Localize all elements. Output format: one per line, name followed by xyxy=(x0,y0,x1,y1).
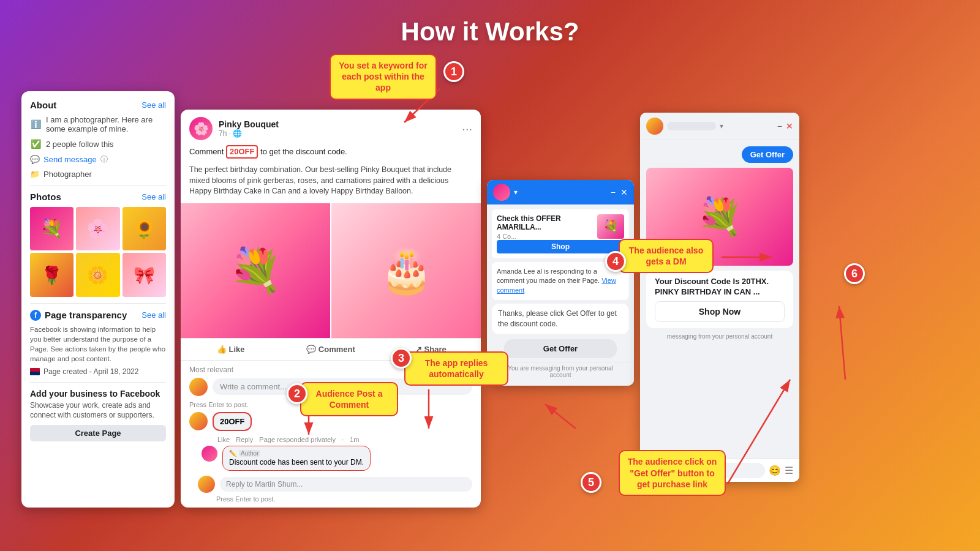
page-created: Page created - April 18, 2022 xyxy=(30,367,166,376)
photo-3[interactable]: 🌻 xyxy=(123,207,166,250)
facebook-logo: f xyxy=(30,310,41,321)
comment-like-link[interactable]: Like xyxy=(217,436,230,443)
info-icon: ℹ️ xyxy=(30,119,41,130)
photo-1[interactable]: 💐 xyxy=(30,207,74,250)
fb-post-panel: 🌸 Pinky Bouquet 7h · 🌐 ··· Comment 20OFF… xyxy=(181,110,481,508)
chat-notification: Amanda Lee al is responding to a comment… xyxy=(492,262,629,300)
audience-avatar xyxy=(189,412,208,430)
post-meta: Pinky Bouquet 7h · 🌐 xyxy=(219,119,456,138)
gif-icon: GIF xyxy=(646,467,658,475)
post-description: The perfect birthday combination. Our be… xyxy=(181,165,481,203)
send-message-link[interactable]: 💬 Send message ⓘ xyxy=(30,154,166,165)
post-header: 🌸 Pinky Bouquet 7h · 🌐 ··· xyxy=(181,110,481,145)
post-page-name: Pinky Bouquet xyxy=(219,119,456,129)
chat-right-close-icon[interactable]: ✕ xyxy=(786,121,793,131)
photo-5[interactable]: 🌼 xyxy=(76,253,119,296)
dm-discount-title: Your Discount Code Is 20THX. PINKY BIRTH… xyxy=(655,277,785,298)
photo-2[interactable]: 🌸 xyxy=(76,207,119,250)
folder-icon: 📁 xyxy=(30,170,40,179)
chat-right-input[interactable]: Aa xyxy=(662,463,765,478)
chat-header-controls: − ✕ xyxy=(611,187,628,197)
chat-minimize-icon[interactable]: − xyxy=(611,187,616,197)
chat-right-controls: − ✕ xyxy=(777,121,793,131)
chat-right-minimize-icon[interactable]: − xyxy=(777,121,782,131)
comments-section: Most relevant Write a comment... Press E… xyxy=(181,360,481,508)
about-item-bio: ℹ️ I am a photographer. Here are some ex… xyxy=(30,115,166,133)
offer-thumbnail: 💐 xyxy=(597,214,624,239)
about-title: About xyxy=(30,100,56,110)
post-images: 💐 🎂 xyxy=(181,203,481,338)
chat-right-footer: GIF Aa 😊 ☰ xyxy=(640,459,799,482)
reply-to-row: Reply to Martin Shum... xyxy=(198,476,472,493)
photos-grid: 💐 🌸 🌻 🌹 🌼 🎀 xyxy=(30,207,166,297)
chat-right-panel: ▾ − ✕ Get Offer 💐 Your Discount C xyxy=(640,113,799,482)
chat-chevron-icon[interactable]: ▾ xyxy=(514,188,518,197)
menu-icon: ☰ xyxy=(785,465,793,476)
chat-right-header-left: ▾ xyxy=(646,118,723,135)
chat-close-icon[interactable]: ✕ xyxy=(620,187,628,197)
page-reply-avatar xyxy=(202,446,217,462)
add-business-title: Add your business to Facebook xyxy=(30,389,166,399)
reply-press-enter: Press Enter to post. xyxy=(216,495,472,503)
post-more-options[interactable]: ··· xyxy=(462,122,472,136)
chat-right-body: Get Offer 💐 Your Discount Code Is 20THX.… xyxy=(640,140,799,459)
chat-shop-button[interactable]: Shop xyxy=(497,240,624,253)
reply-input-avatar xyxy=(198,476,215,493)
chat-middle-panel: ▾ − ✕ Check this OFFER AMARILLA... 4 Co.… xyxy=(487,180,634,386)
comment-actions: Like Reply Page responded privately · 1m xyxy=(217,436,472,443)
reply-author-tag: ✏️ Author xyxy=(229,450,364,457)
dm-footer-note: messaging from your personal account xyxy=(646,333,793,340)
photo-4[interactable]: 🌹 xyxy=(30,253,74,296)
comment-reply-link[interactable]: Reply xyxy=(236,436,253,443)
chat-header-left: ▾ xyxy=(493,184,518,201)
auto-reply-bubble: ✏️ Author Discount code has been sent to… xyxy=(222,446,371,471)
messenger-icon: 💬 xyxy=(30,155,40,164)
chat-right-header: ▾ − ✕ xyxy=(640,113,799,140)
dm-shop-now-button[interactable]: Shop Now xyxy=(655,301,785,322)
comment-input-field[interactable]: Write a comment... xyxy=(213,378,472,395)
chat-right-chevron-icon[interactable]: ▾ xyxy=(720,122,723,130)
create-page-button[interactable]: Create Page xyxy=(30,425,166,441)
post-cta-text: Comment 20OFF to get the discount code. xyxy=(181,145,481,165)
write-comment-row: Write a comment... xyxy=(189,378,472,396)
dm-flower-image: 💐 xyxy=(646,168,793,266)
page-title: How it Works? xyxy=(0,0,980,58)
get-offer-reply-text: Thanks, please click Get Offer to get th… xyxy=(492,304,629,334)
audience-comment-bubble: 20OFF xyxy=(213,412,252,431)
photos-title: Photos xyxy=(30,192,61,202)
post-image-right: 🎂 xyxy=(331,203,481,338)
offer-title: Check this OFFER AMARILLA... xyxy=(497,214,594,231)
transparency-text: Facebook is showing information to help … xyxy=(30,324,166,364)
share-action[interactable]: ↗ Share xyxy=(381,341,481,358)
about-see-all[interactable]: See all xyxy=(141,100,166,110)
chat-right-avatar xyxy=(646,118,663,135)
like-action[interactable]: 👍 Like xyxy=(181,341,281,358)
keyword-badge: 20OFF xyxy=(226,145,258,159)
page-background: How it Works? About See all ℹ️ I am a ph… xyxy=(0,0,980,551)
emoji-icon: 😊 xyxy=(769,465,781,476)
post-image-left: 💐 xyxy=(181,203,330,338)
chat-offer-card: Check this OFFER AMARILLA... 4 Co... 💐 S… xyxy=(492,209,629,258)
commenter-avatar xyxy=(189,378,208,396)
dm-discount-bubble: Your Discount Code Is 20THX. PINKY BIRTH… xyxy=(646,271,793,328)
post-avatar: 🌸 xyxy=(189,117,213,140)
photographer-label: 📁 Photographer xyxy=(30,170,166,179)
chat-right-name xyxy=(667,122,716,130)
dm-get-offer-button[interactable]: Get Offer xyxy=(742,146,793,163)
reply-input[interactable]: Reply to Martin Shum... xyxy=(220,477,472,492)
chat-middle-header: ▾ − ✕ xyxy=(487,180,634,204)
chat-header-avatar xyxy=(493,184,510,201)
post-actions-bar: 👍 Like 💬 Comment ↗ Share xyxy=(181,338,481,360)
photos-see-all[interactable]: See all xyxy=(141,192,166,201)
comment-action[interactable]: 💬 Comment xyxy=(281,341,380,358)
fb-sidebar-panel: About See all ℹ️ I am a photographer. He… xyxy=(21,91,175,508)
add-business-section: Add your business to Facebook Showcase y… xyxy=(30,389,166,441)
page-transparency-title: Page transparency xyxy=(45,310,127,320)
audience-comment-row: 20OFF xyxy=(189,412,472,431)
chat-middle-body: Check this OFFER AMARILLA... 4 Co... 💐 S… xyxy=(487,204,634,386)
pencil-icon: ✏️ xyxy=(229,450,236,457)
get-offer-button[interactable]: Get Offer xyxy=(504,339,617,358)
transparency-see-all[interactable]: See all xyxy=(141,310,166,320)
add-business-text: Showcase your work, create ads and conne… xyxy=(30,401,166,420)
photo-6[interactable]: 🎀 xyxy=(123,253,166,296)
